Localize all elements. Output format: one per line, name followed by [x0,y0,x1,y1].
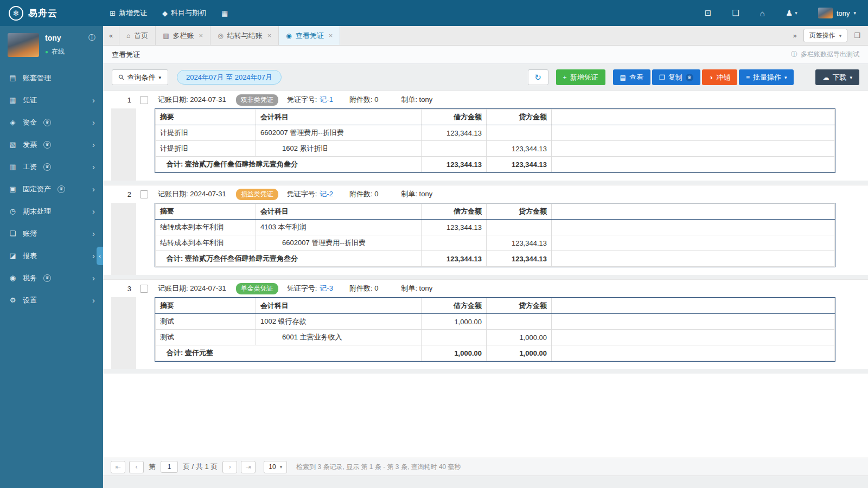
col-extra [552,110,835,125]
query-conditions-button[interactable]: ⚲ 查询条件 ▾ [112,69,168,85]
sidebar-item-funds[interactable]: ◈ 资金 ♛ › [0,111,103,133]
first-page-button[interactable]: ⇤ [111,461,125,473]
topbar-apps-button[interactable]: ▦ [221,9,228,17]
tab-label: 多栏账 [173,31,194,41]
view-button[interactable]: ▤ 查看 [613,69,650,85]
tab-home[interactable]: ⌂ 首页 [119,26,156,45]
toolbar-right: ↻ + 新增凭证 ▤ 查看 ❐ 复制 ♛ [528,69,859,85]
reverse-button[interactable]: ◑ 冲销 [702,69,737,85]
sidebar-item-account-sets[interactable]: ▤ 账套管理 [0,67,103,89]
sidebar-item-invoices[interactable]: ▧ 发票 ♛ › [0,133,103,156]
total-row: 合计: 壹拾贰万叁仟叁佰肆拾肆元壹角叁分 123,344.13 123,344.… [156,157,835,172]
sidebar-item-label: 期末处理 [23,207,51,216]
voucher-number-link[interactable]: 记-1 [320,95,333,105]
tab-view-voucher[interactable]: ◉ 查看凭证 × [279,26,340,45]
user-avatar [818,8,833,18]
sidebar-item-reports[interactable]: ◪ 报表 › [0,245,103,267]
sidebar-item-books[interactable]: ❏ 账簿 › [0,222,103,245]
entry-row: 计提折旧 1602 累计折旧 123,344.13 [156,141,835,157]
close-icon[interactable]: × [329,31,333,40]
sidebar-item-settings[interactable]: ⚙ 设置 › [0,289,103,311]
voucher-checkbox[interactable] [140,285,148,293]
copy-label: 复制 [668,73,682,82]
tabs-scroll-right-button[interactable]: » [793,31,797,40]
tabs-scroll-left-button[interactable]: « [103,26,119,45]
entry-debit [422,330,487,345]
col-summary: 摘要 [156,110,256,125]
user-menu[interactable]: tony ▾ [818,8,856,18]
profile-avatar[interactable] [8,33,39,57]
voucher-header-row[interactable]: 3 记账日期: 2024-07-31 单金类凭证 凭证字号: 记-3 附件数: … [103,280,868,297]
gift-icon[interactable]: ❑ [732,8,739,18]
voucher-attachments: 附件数: 0 [349,95,378,105]
user-admin-menu[interactable]: ♟ ▾ [786,8,797,18]
close-icon[interactable]: × [199,31,203,40]
tab-carryover-closing[interactable]: ◎ 结转与结账 × [210,26,279,45]
home-icon[interactable]: ⌂ [760,9,765,18]
voucher-number-link[interactable]: 记-3 [320,284,333,293]
topbar-new-voucher-label: 新增凭证 [119,8,147,18]
prev-page-button[interactable]: ‹ [129,461,144,473]
tax-icon: ◉ [8,274,17,282]
tab-multicolumn-ledger[interactable]: ▥ 多栏账 × [156,26,210,45]
profile-info: tony ⓘ ● 在线 [45,33,95,57]
collapse-arrow-icon: ‹ [99,253,101,259]
entry-extra [552,330,835,345]
online-status-label: 在线 [52,47,65,56]
voucher-type-badge: 损益类凭证 [236,189,278,200]
voucher-checkbox[interactable] [140,96,148,104]
account-set-name: 多栏账数据导出测试 [801,50,859,59]
total-row: 合计: 壹拾贰万叁仟叁佰肆拾肆元壹角叁分 123,344.13 123,344.… [156,251,835,267]
chevron-down-icon: ▾ [159,75,162,80]
logo-glyph: ✻ [13,9,19,17]
copy-icon: ❐ [659,74,665,81]
add-voucher-button[interactable]: + 新增凭证 [556,69,605,85]
info-icon: ⓘ [791,50,797,59]
sidebar-item-vouchers[interactable]: ▦ 凭证 › [0,89,103,111]
view-label: 查看 [629,73,643,82]
close-icon[interactable]: × [267,31,272,40]
voucher-header-row[interactable]: 1 记账日期: 2024-07-31 双非类凭证 凭证字号: 记-1 附件数: … [103,91,868,108]
voucher-word-label: 凭证字号: [287,189,317,199]
page-number-input[interactable] [161,461,178,473]
next-page-button[interactable]: › [222,461,237,473]
sidebar-item-period-end[interactable]: ◷ 期末处理 › [0,200,103,222]
entry-extra [552,235,835,251]
premium-crown-icon: ♛ [686,74,693,81]
toolbar: ⚲ 查询条件 ▾ 2024年07月 至 2024年07月 ↻ + 新增凭证 [103,64,868,91]
topbar-new-voucher[interactable]: ⊞ 新增凭证 [110,8,147,18]
voucher-index: 1 [103,96,131,104]
entry-account: 6602007 管理费用--折旧费 [256,125,422,141]
tab-operations-dropdown[interactable]: 页签操作 ▾ [803,29,848,42]
voucher-number-link[interactable]: 记-2 [320,189,333,199]
last-page-button[interactable]: ⇥ [241,461,256,473]
copy-button[interactable]: ❐ 复制 ♛ [652,69,700,85]
scan-icon[interactable]: ⊡ [705,8,712,18]
user-admin-icon: ♟ [786,8,793,18]
voucher-checkbox[interactable] [140,190,148,198]
sidebar-item-tax[interactable]: ◉ 税务 ♛ › [0,267,103,289]
invoice-icon: ▧ [8,140,17,149]
voucher-index: 3 [103,285,131,293]
fullscreen-icon[interactable]: ❒ [854,31,860,40]
page-size-select[interactable]: 10 ▾ [264,461,287,473]
batch-operations-button[interactable]: ≡ 批量操作 ▾ [739,69,794,85]
download-button[interactable]: ☁ 下载 ▾ [815,69,859,85]
footer-space [103,476,868,488]
voucher-gutter [111,203,136,275]
sidebar-item-fixed-assets[interactable]: ▣ 固定资产 ♛ › [0,178,103,200]
voucher-type-badge: 双非类凭证 [236,94,278,106]
premium-crown-icon: ♛ [43,163,51,171]
voucher-card-3: 3 记账日期: 2024-07-31 单金类凭证 凭证字号: 记-3 附件数: … [103,279,868,374]
refresh-button[interactable]: ↻ [528,69,548,85]
premium-crown-icon: ♛ [43,119,51,126]
info-icon[interactable]: ⓘ [88,33,95,43]
online-dot-icon: ● [45,49,48,55]
voucher-header-row[interactable]: 2 记账日期: 2024-07-31 损益类凭证 凭证字号: 记-2 附件数: … [103,185,868,203]
topbar-accounts-initial[interactable]: ◆ 科目与期初 [162,8,206,18]
reverse-icon: ◑ [709,74,713,81]
sidebar-collapse-handle[interactable]: ‹ [97,247,103,265]
sidebar-item-label: 凭证 [23,95,37,105]
date-range-chip[interactable]: 2024年07月 至 2024年07月 [177,70,282,85]
sidebar-item-salary[interactable]: ▥ 工资 ♛ › [0,156,103,178]
